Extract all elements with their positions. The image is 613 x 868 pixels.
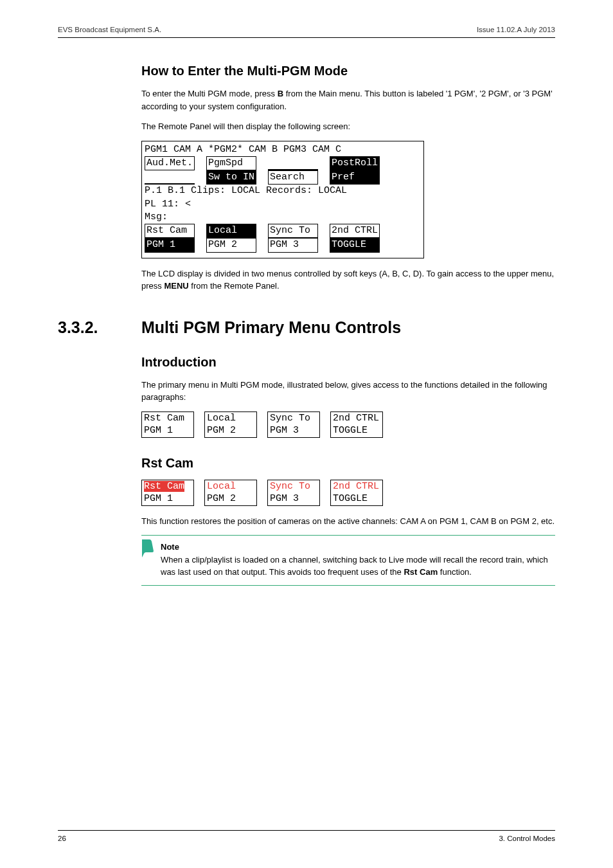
- sk-bot: PGM 3: [270, 424, 317, 437]
- lcd-cell-local: Local: [206, 224, 256, 238]
- sk-bot: PGM 2: [207, 424, 254, 437]
- lcd-cell-pref: Pref: [330, 170, 380, 185]
- lcd-row-8: PGM 1PGM 2PGM 3TOGGLE: [145, 238, 421, 252]
- softkey-cell: 2nd CTRL TOGGLE: [330, 480, 383, 506]
- lcd-cell-syncto: Sync To: [268, 224, 318, 238]
- sk-top: Local: [207, 480, 254, 493]
- softkey-strip-rstcam: Rst Cam PGM 1 Local PGM 2 Sync To PGM 3 …: [141, 480, 555, 506]
- para-enter-1: To enter the Multi PGM mode, press B fro…: [141, 87, 555, 113]
- sk-bot: PGM 3: [270, 493, 317, 505]
- lcd-row-7: Rst CamLocalSync To2nd CTRL: [145, 224, 421, 238]
- note-body: Note When a clip/playlist is loaded on a…: [161, 541, 555, 579]
- text: from the Remote Panel.: [189, 281, 280, 291]
- footer-page-number: 26: [58, 835, 66, 842]
- footer-section: 3. Control Modes: [499, 835, 555, 842]
- section-title: Multi PGM Primary Menu Controls: [141, 318, 401, 337]
- lcd-row-2: Aud.Met.PgmSpdPostRoll: [145, 156, 421, 170]
- softkey-strip-intro: Rst Cam PGM 1 Local PGM 2 Sync To PGM 3 …: [141, 411, 555, 438]
- lcd-row-6: Msg:: [145, 211, 421, 224]
- header-left: EVS Broadcast Equipment S.A.: [58, 26, 161, 33]
- note-icon: [140, 539, 154, 557]
- bold-key-b: B: [278, 89, 283, 98]
- sk-bot: PGM 1: [144, 424, 191, 437]
- note-box: Note When a clip/playlist is loaded on a…: [141, 535, 555, 586]
- softkey-cell: Rst Cam PGM 1: [141, 411, 194, 438]
- softkey-cell: Rst Cam PGM 1: [141, 480, 194, 506]
- lcd-cell-audmet: Aud.Met.: [145, 156, 195, 170]
- lcd-cell-pgm2: PGM 2: [206, 238, 256, 252]
- sk-top: 2nd CTRL: [333, 480, 380, 493]
- sk-top: 2nd CTRL: [333, 412, 380, 425]
- note-title: Note: [161, 542, 179, 552]
- lcd-cell-rstcam: Rst Cam: [145, 224, 195, 238]
- lcd-row-5: PL 11: <: [145, 198, 421, 211]
- bold-rstcam: Rst Cam: [404, 567, 438, 577]
- text: function.: [438, 567, 472, 577]
- sk-bot: PGM 1: [144, 493, 191, 505]
- lcd-cell-pgmspd: PgmSpd: [206, 156, 256, 170]
- lcd-cell-toggle: TOGGLE: [330, 238, 380, 252]
- softkey-cell: Sync To PGM 3: [267, 480, 320, 506]
- sk-bot: PGM 2: [207, 493, 254, 505]
- lcd-cell-postroll: PostRoll: [330, 156, 380, 170]
- para-intro: The primary menu in Multi PGM mode, illu…: [141, 379, 555, 404]
- heading-rst-cam: Rst Cam: [141, 456, 555, 471]
- heading-introduction: Introduction: [141, 355, 555, 370]
- lcd-panel: PGM1 CAM A *PGM2* CAM B PGM3 CAM C Aud.M…: [141, 141, 424, 258]
- lcd-row-4: P.1 B.1 Clips: LOCAL Records: LOCAL: [145, 185, 421, 197]
- lcd-cell-swtoin: Sw to IN: [206, 170, 256, 185]
- sk-bot: TOGGLE: [333, 424, 380, 437]
- sk-top: Rst Cam: [144, 412, 191, 425]
- page-header: EVS Broadcast Equipment S.A. Issue 11.02…: [58, 26, 555, 38]
- page-footer: 26 3. Control Modes: [58, 830, 555, 842]
- sk-top: Sync To: [270, 412, 317, 425]
- softkey-cell: Local PGM 2: [204, 480, 257, 506]
- sk-top: Sync To: [270, 480, 317, 493]
- sk-bot: TOGGLE: [333, 493, 380, 505]
- para-rst: This function restores the position of c…: [141, 515, 555, 528]
- lcd-cell-search: Search: [268, 170, 318, 185]
- text: When a clip/playlist is loaded on a chan…: [161, 555, 548, 577]
- rst-cam-highlight: Rst Cam: [144, 481, 184, 492]
- section-number: 3.3.2.: [58, 318, 141, 337]
- sk-top: Local: [207, 412, 254, 425]
- lcd-cell-pgm1: PGM 1: [145, 238, 195, 252]
- bold-menu: MENU: [164, 281, 188, 291]
- para-enter-2: The Remote Panel will then display the f…: [141, 120, 555, 133]
- softkey-cell: 2nd CTRL TOGGLE: [330, 411, 383, 438]
- para-lcd-after: The LCD display is divided in two menus …: [141, 267, 555, 293]
- lcd-cell-pgm3: PGM 3: [268, 238, 318, 252]
- lcd-row-1: PGM1 CAM A *PGM2* CAM B PGM3 CAM C: [145, 143, 421, 156]
- lcd-row-3: Sw to INSearchPref: [145, 170, 421, 185]
- lcd-cell-2ndctrl: 2nd CTRL: [330, 224, 380, 238]
- softkey-cell: Sync To PGM 3: [267, 411, 320, 438]
- header-right: Issue 11.02.A July 2013: [477, 26, 555, 33]
- softkey-cell: Local PGM 2: [204, 411, 257, 438]
- sk-top: Rst Cam: [144, 480, 191, 493]
- text: To enter the Multi PGM mode, press: [141, 89, 278, 98]
- section-heading: 3.3.2. Multi PGM Primary Menu Controls: [58, 318, 555, 337]
- heading-enter-multipgm: How to Enter the Multi-PGM Mode: [141, 64, 555, 78]
